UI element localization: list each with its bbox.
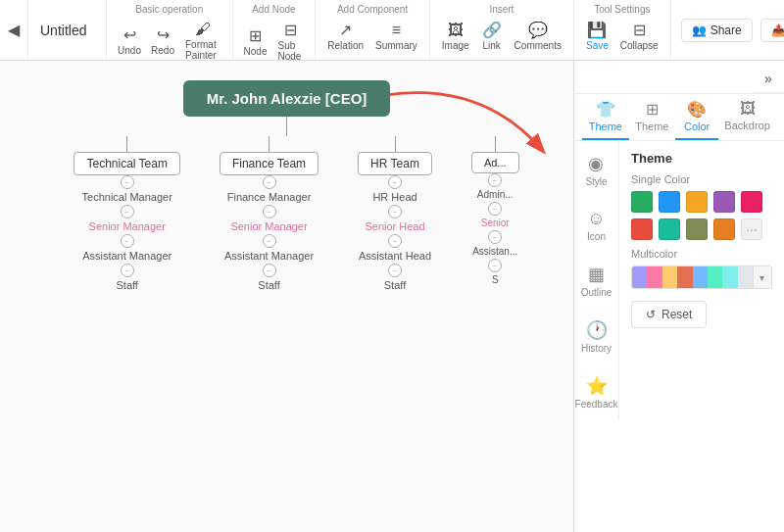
- finance-manager-label: Finance Manager: [227, 191, 312, 203]
- share-label: Share: [710, 24, 742, 37]
- connector-circle: −: [388, 175, 402, 189]
- feedback-label: Feedback: [575, 399, 618, 410]
- tab-theme[interactable]: ⊞ Theme: [629, 94, 676, 140]
- back-button[interactable]: ◀: [0, 0, 28, 60]
- comments-icon: 💬: [528, 21, 548, 39]
- icon-icon: ☺: [587, 209, 605, 229]
- image-icon: 🖼: [448, 22, 464, 39]
- connector-circle: −: [263, 264, 276, 277]
- feedback-icon: ⭐: [586, 375, 608, 397]
- node-button[interactable]: ⊞ Node: [241, 24, 270, 59]
- redo-icon: ↪: [157, 25, 170, 44]
- style-label: Style: [585, 176, 607, 187]
- export-button[interactable]: 📤 Export: [760, 19, 784, 42]
- sub-node-icon: ⊟: [284, 21, 297, 39]
- feedback-side-button[interactable]: ⭐ Feedback: [571, 371, 622, 413]
- undo-button[interactable]: ↩ Undo: [115, 24, 144, 58]
- branches-container: Technical Team − Technical Manager − Sen…: [54, 136, 518, 293]
- hr-team-node[interactable]: HR Team: [358, 152, 432, 175]
- staff-label: Staff: [116, 279, 137, 291]
- more-colors-button[interactable]: ···: [741, 218, 762, 240]
- icon-side-button[interactable]: ☺ Icon: [583, 205, 610, 246]
- senior-manager-label: Senior Manager: [89, 220, 166, 232]
- section-label-addcomp: Add Component: [323, 4, 421, 15]
- save-button[interactable]: 💾 Save: [582, 19, 612, 53]
- link-button[interactable]: 🔗 Link: [477, 19, 507, 53]
- section-label-insert: Insert: [438, 4, 565, 15]
- admin-node[interactable]: Ad...: [471, 152, 519, 173]
- org-chart: Mr. John Alexzie [CEO] Technical Team − …: [0, 80, 573, 293]
- theme-content: Theme Single Color ··· Multicolor: [619, 141, 784, 421]
- reset-button[interactable]: ↺ Reset: [631, 301, 707, 328]
- root-connector: [286, 117, 287, 136]
- panel-body-container: ◉ Style ☺ Icon ▦ Outline 🕐 History ⭐: [574, 141, 784, 421]
- technical-team-node[interactable]: Technical Team: [74, 152, 180, 175]
- color-swatch-teal[interactable]: [659, 218, 680, 240]
- technical-team-branch: Technical Team − Technical Manager − Sen…: [54, 136, 200, 293]
- canvas[interactable]: Mr. John Alexzie [CEO] Technical Team − …: [0, 61, 573, 532]
- color-swatch-olive[interactable]: [686, 218, 708, 240]
- shirt-icon: 👕: [596, 100, 615, 119]
- redo-button[interactable]: ↪ Redo: [148, 24, 177, 58]
- tab-theme-icon[interactable]: 👕 Theme: [582, 94, 629, 140]
- technical-manager-label: Technical Manager: [82, 191, 172, 203]
- connector-circle: −: [263, 205, 276, 218]
- multicolor-swatch-bar[interactable]: ▾: [631, 266, 772, 289]
- image-button[interactable]: 🖼 Image: [438, 20, 473, 53]
- connector-circle: −: [488, 259, 502, 272]
- document-title: Untitled: [28, 0, 107, 60]
- comments-button[interactable]: 💬 Comments: [511, 19, 565, 53]
- export-icon: 📤: [771, 24, 784, 37]
- grid-icon: ⊞: [646, 100, 659, 119]
- admin-label: Admin...: [477, 189, 514, 200]
- color-swatch-orange[interactable]: [686, 191, 708, 213]
- finance-team-branch: Finance Team − Finance Manager − Senior …: [200, 136, 338, 293]
- tab-theme-icon-label: Theme: [589, 121, 622, 132]
- undo-icon: ↩: [123, 25, 136, 44]
- connector-circle: −: [121, 205, 134, 218]
- connector-circle: −: [263, 234, 276, 248]
- history-side-button[interactable]: 🕐 History: [577, 315, 615, 358]
- outline-side-button[interactable]: ▦ Outline: [577, 260, 616, 302]
- connector-circle: −: [388, 205, 402, 218]
- reset-label: Reset: [662, 308, 692, 321]
- connector-circle: −: [488, 202, 502, 216]
- share-button[interactable]: 👥 Share: [681, 19, 753, 42]
- connector-circle: −: [121, 234, 134, 248]
- add-node-section: Add Node ⊞ Node ⊟ Sub Node: [233, 0, 317, 60]
- summary-icon: ≡: [392, 22, 401, 39]
- single-color-label: Single Color: [631, 173, 772, 185]
- finance-team-node[interactable]: Finance Team: [220, 152, 318, 175]
- tab-color[interactable]: 🎨 Color: [675, 94, 718, 140]
- relation-button[interactable]: ↗ Relation: [323, 19, 368, 53]
- sub-node-button[interactable]: ⊟ Sub Node: [274, 19, 308, 64]
- connector-circle: −: [488, 173, 502, 187]
- color-swatch-pink[interactable]: [741, 191, 762, 213]
- reset-icon: ↺: [646, 308, 656, 321]
- panel-tabs: 👕 Theme ⊞ Theme 🎨 Color 🖼 Backdrop: [574, 94, 784, 141]
- color-swatch-red[interactable]: [631, 218, 653, 240]
- collapse-toolbar-button[interactable]: ⊟ Collapse: [616, 19, 662, 53]
- tab-backdrop[interactable]: 🖼 Backdrop: [718, 94, 776, 140]
- color-swatch-green[interactable]: [631, 191, 653, 213]
- relation-icon: ↗: [339, 21, 352, 39]
- format-painter-button[interactable]: 🖌 Format Painter: [181, 19, 224, 63]
- tab-color-label: Color: [684, 121, 710, 132]
- root-node[interactable]: Mr. John Alexzie [CEO]: [183, 80, 391, 117]
- senior-manager-label2: Senior Manager: [230, 220, 307, 232]
- color-swatch-amber[interactable]: [713, 218, 735, 240]
- summary-button[interactable]: ≡ Summary: [371, 20, 421, 53]
- style-side-button[interactable]: ◉ Style: [581, 149, 611, 191]
- assistant-head-label: Assistant Head: [359, 250, 431, 262]
- panel-collapse-button[interactable]: »: [753, 65, 784, 93]
- color-icon: 🎨: [687, 100, 707, 119]
- add-component-section: Add Component ↗ Relation ≡ Summary: [316, 0, 430, 60]
- color-swatch-purple[interactable]: [713, 191, 735, 213]
- share-icon: 👥: [692, 24, 707, 37]
- tab-backdrop-label: Backdrop: [724, 120, 769, 131]
- color-swatch-blue[interactable]: [659, 191, 680, 213]
- backdrop-icon: 🖼: [740, 100, 756, 118]
- multicolor-dropdown[interactable]: ▾: [753, 266, 771, 288]
- side-icons-list: ◉ Style ☺ Icon ▦ Outline 🕐 History ⭐: [574, 141, 619, 421]
- toolbar-right: 👥 Share 📤 Export: [671, 0, 784, 60]
